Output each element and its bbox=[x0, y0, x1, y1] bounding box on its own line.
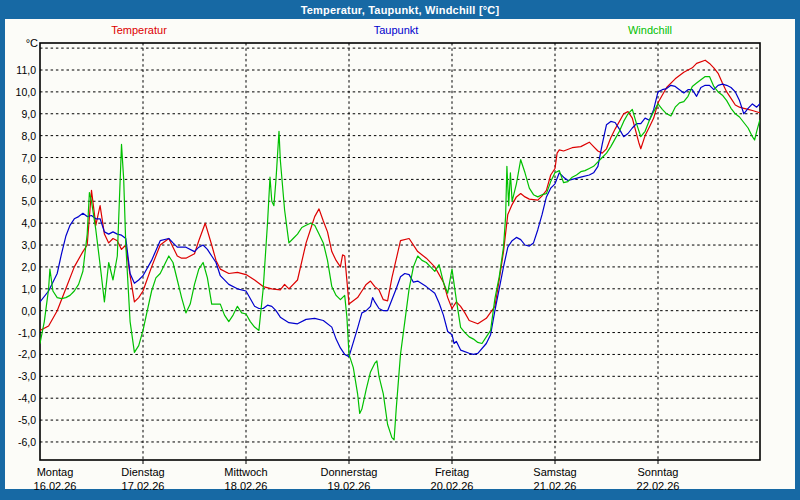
y-axis-tick-label: 10,0 bbox=[2, 86, 36, 98]
y-axis-tick-label: -3,0 bbox=[2, 370, 36, 382]
x-axis-date-label: 18.02.26 bbox=[225, 480, 268, 492]
title-bar: Temperatur, Taupunkt, Windchill [°C] bbox=[0, 0, 800, 19]
x-axis-day-label: Samstag bbox=[533, 466, 576, 478]
y-axis-tick-label: -4,0 bbox=[2, 392, 36, 404]
x-axis-day-label: Sonntag bbox=[638, 466, 679, 478]
x-axis-day-label: Freitag bbox=[435, 466, 469, 478]
y-axis-tick-label: -1,0 bbox=[2, 327, 36, 339]
window-title: Temperatur, Taupunkt, Windchill [°C] bbox=[301, 4, 500, 16]
x-axis-date-label: 17.02.26 bbox=[122, 480, 165, 492]
legend-item-windchill: Windchill bbox=[628, 24, 672, 36]
x-axis-date-label: 21.02.26 bbox=[534, 480, 577, 492]
x-axis-day-label: Mittwoch bbox=[224, 466, 267, 478]
y-axis-tick-label: 4,0 bbox=[2, 217, 36, 229]
x-axis-day-label: Montag bbox=[37, 466, 74, 478]
chart-background bbox=[5, 19, 795, 489]
y-axis-tick-label: 3,0 bbox=[2, 239, 36, 251]
y-axis-tick-label: 9,0 bbox=[2, 108, 36, 120]
x-axis-day-label: Dienstag bbox=[121, 466, 164, 478]
y-axis-tick-label: 7,0 bbox=[2, 152, 36, 164]
y-axis-tick-label: 2,0 bbox=[2, 261, 36, 273]
x-axis-date-label: 16.02.26 bbox=[34, 480, 77, 492]
y-axis-tick-label: 1,0 bbox=[2, 283, 36, 295]
y-axis-tick-label: -2,0 bbox=[2, 348, 36, 360]
y-axis-tick-label: 5,0 bbox=[2, 195, 36, 207]
x-axis-date-label: 20.02.26 bbox=[431, 480, 474, 492]
weather-chart-window: Temperatur, Taupunkt, Windchill [°C] Tem… bbox=[0, 0, 800, 500]
legend-item-temperatur: Temperatur bbox=[111, 24, 167, 36]
y-axis-tick-label: 0,0 bbox=[2, 305, 36, 317]
y-axis-tick-label: 8,0 bbox=[2, 130, 36, 142]
y-axis-tick-label: 6,0 bbox=[2, 173, 36, 185]
x-axis-date-label: 19.02.26 bbox=[328, 480, 371, 492]
legend-item-taupunkt: Taupunkt bbox=[374, 24, 419, 36]
y-axis-tick-label: 11,0 bbox=[2, 64, 36, 76]
y-axis-unit-label: °C bbox=[6, 37, 38, 49]
y-axis-tick-label: -6,0 bbox=[2, 436, 36, 448]
y-axis-tick-label: -5,0 bbox=[2, 414, 36, 426]
x-axis-day-label: Donnerstag bbox=[321, 466, 378, 478]
x-axis-date-label: 22.02.26 bbox=[637, 480, 680, 492]
